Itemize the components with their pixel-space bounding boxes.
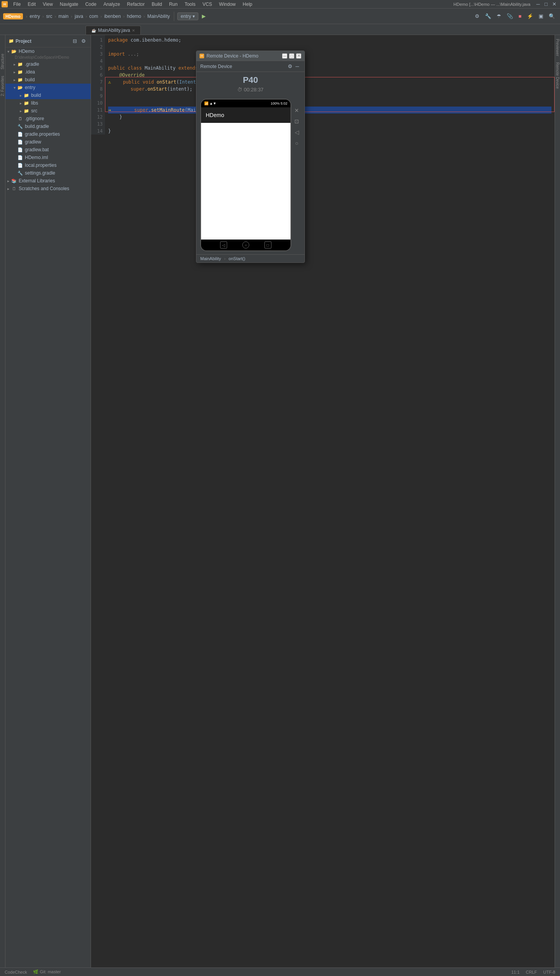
- breadcrumb-com[interactable]: com: [89, 14, 99, 19]
- tree-hdemo-iml[interactable]: ▸ 📄 HDemo.iml: [5, 154, 91, 161]
- menu-tools[interactable]: Tools: [182, 1, 199, 8]
- status-crlf[interactable]: CRLF: [524, 970, 539, 974]
- tree-entry-build[interactable]: ▸ 📁 build: [5, 91, 91, 99]
- sidebar-header: 📁 Project ⊟ ⚙: [5, 35, 91, 47]
- tree-src[interactable]: ▸ 📁 src: [5, 107, 91, 115]
- bc-mainability[interactable]: MainAbility: [200, 256, 221, 261]
- tree-settings-gradle[interactable]: ▸ 🔧 settings.gradle: [5, 169, 91, 177]
- run-config-selector[interactable]: entry ▾: [177, 12, 199, 20]
- tree-entry[interactable]: ▾ 📂 entry: [5, 84, 91, 91]
- tree-build-gradle[interactable]: ▸ 🔧 build.gradle: [5, 122, 91, 130]
- code-line-1: package com.ibenben.hdemo;: [108, 37, 551, 44]
- device-settings-btn[interactable]: ⚙: [286, 63, 294, 70]
- debug-config-icon[interactable]: 🔧: [483, 12, 493, 20]
- close-device-btn[interactable]: ✕: [293, 107, 301, 114]
- window-minimize-btn[interactable]: ─: [282, 53, 287, 59]
- timer-value: 00:28:37: [244, 87, 264, 93]
- tree-build[interactable]: ▸ 📁 build: [5, 76, 91, 84]
- menu-analyze[interactable]: Analyze: [100, 1, 123, 8]
- status-codecheck[interactable]: CodeCheck: [3, 970, 28, 974]
- phone-back-btn[interactable]: ◁: [220, 241, 227, 248]
- menu-view[interactable]: View: [40, 1, 56, 8]
- tree-local-properties[interactable]: ▸ 📄 local.properties: [5, 161, 91, 169]
- tree-gradlew[interactable]: ▸ 📄 gradlew: [5, 138, 91, 146]
- menu-window[interactable]: Window: [216, 1, 239, 8]
- tree-scratches[interactable]: ▸ 🗒 Scratches and Consoles: [5, 185, 91, 192]
- favorites-tab[interactable]: 2: Favorites: [0, 73, 5, 99]
- tree-gradle-properties[interactable]: ▸ 📄 gradle.properties: [5, 130, 91, 138]
- menu-navigate[interactable]: Navigate: [57, 1, 81, 8]
- attach-icon[interactable]: 📎: [505, 12, 515, 20]
- code-editor[interactable]: 1 2 3 4 5 6 7 8 9 10 11 12 13 14 package…: [91, 35, 555, 967]
- debug-icon-line7: ⚠: [108, 79, 111, 86]
- rotate-device-btn[interactable]: ◁: [293, 128, 301, 136]
- previewer-panel-tab[interactable]: Previewer: [555, 37, 560, 58]
- maximize-button[interactable]: □: [542, 0, 550, 8]
- menu-run[interactable]: Run: [166, 1, 181, 8]
- device-content: 📶 ▲▼ 100% 5:02 HDemo ◁ ○ □: [196, 99, 304, 254]
- phone-recents-btn[interactable]: □: [264, 241, 271, 248]
- search-icon[interactable]: 🔍: [547, 12, 557, 20]
- breadcrumb-main[interactable]: main: [58, 14, 69, 19]
- tab-mainability[interactable]: ☕ MainAbility.java ✕: [86, 26, 141, 35]
- breadcrumb-mainability[interactable]: MainAbility: [147, 14, 171, 19]
- window-titlebar: H Remote Device - HDemo ─ □ ✕: [196, 51, 304, 61]
- phone-nav-bar: ◁ ○ □: [201, 240, 290, 250]
- window-restore-btn[interactable]: □: [289, 53, 294, 59]
- tree-gradlew-bat[interactable]: ▸ 📄 gradlew.bat: [5, 146, 91, 154]
- run-button[interactable]: ▶: [200, 12, 208, 20]
- tree-libs[interactable]: ▸ 📁 libs: [5, 99, 91, 107]
- menu-file[interactable]: File: [10, 1, 24, 8]
- right-side-panels: Previewer Remote Device: [555, 35, 560, 967]
- breadcrumb-java[interactable]: java: [74, 14, 84, 19]
- app-logo: H: [2, 1, 8, 7]
- structure-tab[interactable]: Structure: [0, 51, 5, 73]
- breadcrumb-hdemo[interactable]: hdemo: [126, 14, 142, 19]
- remote-device-panel-tab[interactable]: Remote Device: [555, 60, 560, 91]
- collapse-all-btn[interactable]: ⊟: [71, 37, 79, 45]
- menu-build[interactable]: Build: [149, 1, 165, 8]
- coverage-icon[interactable]: ☂: [495, 12, 503, 20]
- phone-home-btn[interactable]: ○: [242, 241, 249, 248]
- menu-help[interactable]: Help: [240, 1, 256, 8]
- tree-gradle[interactable]: ▸ 📁 .gradle: [5, 60, 91, 68]
- menu-refactor[interactable]: Refactor: [124, 1, 148, 8]
- circle-btn[interactable]: ○: [293, 139, 301, 147]
- phone-app-bar: HDemo: [201, 107, 290, 123]
- code-line-5: public class MainAbility extends Ability…: [108, 65, 551, 72]
- profile-icon[interactable]: ⚡: [525, 12, 535, 20]
- breadcrumb-ibenben[interactable]: ibenben: [103, 14, 122, 19]
- menu-code[interactable]: Code: [82, 1, 100, 8]
- device-timer: ⏱ 00:28:37: [237, 87, 263, 93]
- java-file-icon: ☕: [91, 28, 96, 33]
- device-close-btn[interactable]: ─: [294, 63, 301, 70]
- code-content[interactable]: package com.ibenben.hdemo; import ...; p…: [105, 35, 555, 967]
- editor-tabs: ☕ MainAbility.java ✕: [0, 24, 560, 35]
- window-title: HDemo [...\HDemo — ...\MainAbility.java: [453, 2, 530, 7]
- window-close-btn[interactable]: ✕: [296, 53, 301, 59]
- window-app-icon: H: [200, 54, 204, 58]
- frame-icon[interactable]: ▣: [537, 12, 545, 20]
- breadcrumb-src[interactable]: src: [46, 14, 53, 19]
- stop-icon[interactable]: ■: [516, 12, 523, 20]
- git-status[interactable]: 🌿 Git: master: [32, 969, 62, 974]
- tree-external-libraries[interactable]: ▸ 📚 External Libraries: [5, 177, 91, 185]
- device-name: P40: [243, 75, 258, 85]
- tree-gitignore[interactable]: ▸ 🗒 .gitignore: [5, 115, 91, 122]
- tree-idea[interactable]: ▸ 📁 .idea: [5, 68, 91, 76]
- status-encoding[interactable]: UTF-8: [542, 970, 557, 974]
- bc-onstart[interactable]: onStart(): [229, 256, 245, 261]
- minimize-button[interactable]: ─: [534, 0, 542, 8]
- tree-hdemo-root[interactable]: ▾ 📂 HDemo: [5, 47, 91, 55]
- code-line-2: [108, 44, 551, 51]
- code-editor-area: 1 2 3 4 5 6 7 8 9 10 11 12 13 14 package…: [91, 35, 555, 967]
- menu-vcs[interactable]: VCS: [200, 1, 215, 8]
- breadcrumb-entry[interactable]: entry: [29, 14, 41, 19]
- tab-close-icon[interactable]: ✕: [132, 28, 135, 33]
- menu-edit[interactable]: Edit: [24, 1, 39, 8]
- build-icon[interactable]: ⚙: [473, 12, 481, 20]
- settings-btn[interactable]: ⚙: [80, 37, 88, 45]
- status-line-col[interactable]: 11:1: [510, 970, 521, 974]
- close-button[interactable]: ✕: [550, 0, 558, 8]
- expand-device-btn[interactable]: ⊡: [293, 117, 301, 125]
